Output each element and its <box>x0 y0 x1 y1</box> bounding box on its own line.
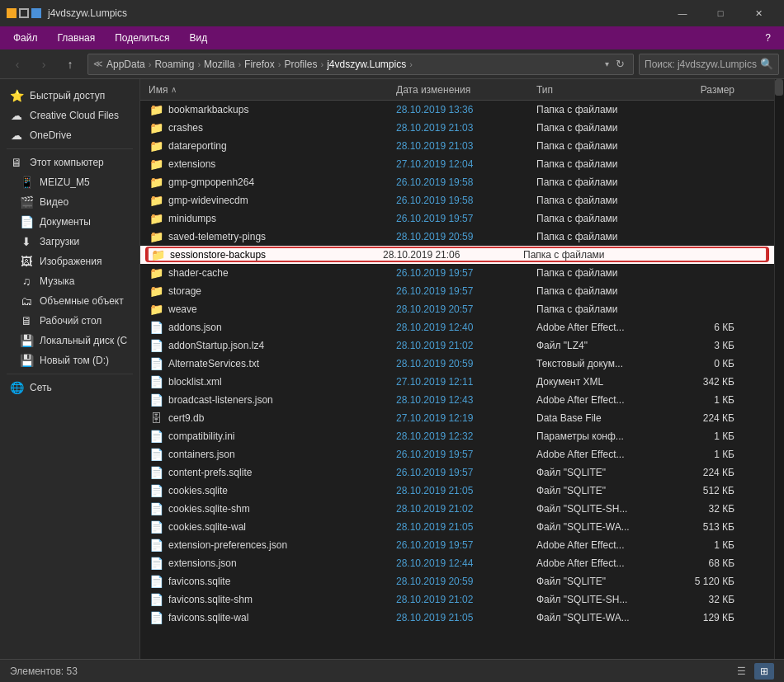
table-row[interactable]: 📁 storage 26.10.2019 19:57 Папка с файла… <box>140 282 774 300</box>
sidebar-item-network[interactable]: 🌐 Сеть <box>0 378 139 397</box>
table-row[interactable]: 📁 gmp-gmpopenh264 26.10.2019 19:58 Папка… <box>140 173 774 191</box>
sidebar-item-new-volume[interactable]: 💾 Новый том (D:) <box>0 350 139 370</box>
sidebar-item-creative-cloud[interactable]: ☁ Creative Cloud Files <box>0 106 139 125</box>
sidebar-item-docs[interactable]: 📄 Документы <box>0 212 139 232</box>
sep-5: › <box>320 59 324 69</box>
menu-home[interactable]: Главная <box>48 29 106 47</box>
view-list-button[interactable]: ☰ <box>731 663 751 680</box>
sidebar-item-video[interactable]: 🎬 Видео <box>0 192 139 212</box>
file-type: Папка с файлами <box>536 140 668 152</box>
file-date: 28.10.2019 20:57 <box>396 303 536 315</box>
refresh-button[interactable]: ↻ <box>612 56 628 72</box>
sidebar-item-images[interactable]: 🖼 Изображения <box>0 252 139 271</box>
file-type: Файл "SQLITE-SH... <box>536 594 668 605</box>
table-row[interactable]: 📄 cookies.sqlite-shm 28.10.2019 21:02 Фа… <box>140 500 774 518</box>
file-name: datareporting <box>168 140 396 152</box>
file-name: extensions.json <box>168 557 396 569</box>
col-header-size[interactable]: Размер <box>668 84 734 96</box>
forward-button[interactable]: › <box>31 53 56 76</box>
sidebar-item-downloads[interactable]: ⬇ Загрузки <box>0 232 139 252</box>
file-name: gmp-gmpopenh264 <box>168 176 396 188</box>
sidebar-item-this-pc[interactable]: 🖥 Этот компьютер <box>0 153 139 172</box>
search-bar[interactable]: Поиск: j4vdszyw.Lumpics 🔍 <box>639 54 779 75</box>
table-row[interactable]: 📄 cookies.sqlite-wal 28.10.2019 21:05 Фа… <box>140 518 774 536</box>
table-row[interactable]: 📄 addonStartup.json.lz4 28.10.2019 21:02… <box>140 336 774 355</box>
file-icon: 📄 <box>149 574 163 589</box>
table-row[interactable]: 🗄 cert9.db 27.10.2019 12:19 Data Base Fi… <box>140 409 774 427</box>
table-row[interactable]: 📁 bookmarkbackups 28.10.2019 13:36 Папка… <box>140 101 774 119</box>
folder-icon: 📁 <box>149 157 163 172</box>
table-row[interactable]: 📄 addons.json 28.10.2019 12:40 Adobe Aft… <box>140 318 774 336</box>
table-row[interactable]: 📁 shader-cache 26.10.2019 19:57 Папка с … <box>140 264 774 282</box>
table-row[interactable]: 📁 datareporting 28.10.2019 21:03 Папка с… <box>140 137 774 155</box>
video-icon: 🎬 <box>20 195 33 209</box>
menu-file[interactable]: Файл <box>3 29 48 47</box>
file-name: crashes <box>168 122 396 134</box>
back-button[interactable]: ‹ <box>5 53 30 76</box>
table-row[interactable]: 📄 AlternateServices.txt 28.10.2019 20:59… <box>140 355 774 373</box>
file-type: Adobe After Effect... <box>536 557 668 569</box>
sidebar-item-meizu[interactable]: 📱 MEIZU_M5 <box>0 172 139 192</box>
close-button[interactable]: ✕ <box>739 0 777 26</box>
title-bar: j4vdszyw.Lumpics — □ ✕ <box>0 0 784 26</box>
table-row[interactable]: 📁 saved-telemetry-pings 28.10.2019 20:59… <box>140 228 774 246</box>
menu-share[interactable]: Поделиться <box>105 29 179 47</box>
sidebar-item-objects[interactable]: 🗂 Объемные объект <box>0 291 139 311</box>
address-bar[interactable]: ≪ AppData › Roaming › Mozilla › Firefox … <box>87 54 634 75</box>
table-row[interactable]: 📄 compatibility.ini 28.10.2019 12:32 Пар… <box>140 427 774 445</box>
folder-icon: 📁 <box>149 302 163 317</box>
minimize-button[interactable]: — <box>664 0 701 26</box>
table-row-highlighted[interactable]: 📁 sessionstore-backups 28.10.2019 21:06 … <box>140 246 774 264</box>
table-row[interactable]: 📁 minidumps 26.10.2019 19:57 Папка с фай… <box>140 209 774 228</box>
sidebar-item-local-disk[interactable]: 💾 Локальный диск (С <box>0 331 139 350</box>
sidebar-item-desktop[interactable]: 🖥 Рабочий стол <box>0 311 139 331</box>
scrollbar-up[interactable] <box>775 79 783 96</box>
file-type: Файл "LZ4" <box>536 340 668 351</box>
file-type: Папка с файлами <box>536 231 668 242</box>
table-row[interactable]: 📄 extension-preferences.json 26.10.2019 … <box>140 536 774 554</box>
new-volume-icon: 💾 <box>20 354 33 367</box>
sidebar-item-quick-access[interactable]: ⭐ Быстрый доступ <box>0 86 139 106</box>
sep-6: › <box>409 59 413 69</box>
file-size: 1 КБ <box>668 449 734 460</box>
address-dropdown-icon[interactable]: ▾ <box>605 59 609 68</box>
table-row[interactable]: 📄 favicons.sqlite-shm 28.10.2019 21:02 Ф… <box>140 590 774 609</box>
col-header-name[interactable]: Имя ∧ <box>149 84 396 96</box>
up-button[interactable]: ↑ <box>58 53 83 76</box>
folder-icon: 📁 <box>149 102 163 117</box>
table-row[interactable]: 📁 extensions 27.10.2019 12:04 Папка с фа… <box>140 155 774 173</box>
sidebar-label-music: Музыка <box>40 275 74 287</box>
table-row[interactable]: 📄 favicons.sqlite 28.10.2019 20:59 Файл … <box>140 572 774 590</box>
menu-view[interactable]: Вид <box>179 29 217 47</box>
menu-help[interactable]: ? <box>755 29 781 47</box>
search-icon[interactable]: 🔍 <box>760 58 773 70</box>
table-row[interactable]: 📁 weave 28.10.2019 20:57 Папка с файлами <box>140 300 774 318</box>
file-icon: 📄 <box>149 338 163 353</box>
table-row[interactable]: 📄 content-prefs.sqlite 26.10.2019 19:57 … <box>140 463 774 482</box>
table-row[interactable]: 📄 blocklist.xml 27.10.2019 12:11 Докумен… <box>140 373 774 391</box>
address-expand-icon: ≪ <box>93 59 103 69</box>
table-row[interactable]: 📁 gmp-widevinecdm 26.10.2019 19:58 Папка… <box>140 191 774 209</box>
file-name: bookmarkbackups <box>168 104 396 115</box>
table-row[interactable]: 📄 extensions.json 28.10.2019 12:44 Adobe… <box>140 554 774 572</box>
table-row[interactable]: 📄 cookies.sqlite 28.10.2019 21:05 Файл "… <box>140 482 774 500</box>
file-type: Файл "SQLITE-SH... <box>536 503 668 515</box>
table-row[interactable]: 📁 crashes 28.10.2019 21:03 Папка с файла… <box>140 119 774 137</box>
sidebar-item-music[interactable]: ♫ Музыка <box>0 271 139 291</box>
col-header-type[interactable]: Тип <box>536 84 668 96</box>
file-icon: 📄 <box>149 447 163 462</box>
table-row[interactable]: 📄 favicons.sqlite-wal 28.10.2019 21:05 Ф… <box>140 609 774 627</box>
file-name: saved-telemetry-pings <box>168 231 396 242</box>
folder-icon: 📁 <box>149 266 163 280</box>
column-headers: Имя ∧ Дата изменения Тип Размер <box>140 79 774 101</box>
view-details-button[interactable]: ⊞ <box>754 663 774 680</box>
col-header-date[interactable]: Дата изменения <box>396 84 536 96</box>
maximize-button[interactable]: □ <box>701 0 739 26</box>
desktop-icon: 🖥 <box>20 314 33 327</box>
table-row[interactable]: 📄 broadcast-listeners.json 28.10.2019 12… <box>140 391 774 409</box>
sidebar-item-onedrive[interactable]: ☁ OneDrive <box>0 125 139 145</box>
main-area: ⭐ Быстрый доступ ☁ Creative Cloud Files … <box>0 79 784 659</box>
meizu-icon: 📱 <box>20 176 33 189</box>
table-row[interactable]: 📄 containers.json 26.10.2019 19:57 Adobe… <box>140 445 774 463</box>
file-icon: 📄 <box>149 393 163 407</box>
